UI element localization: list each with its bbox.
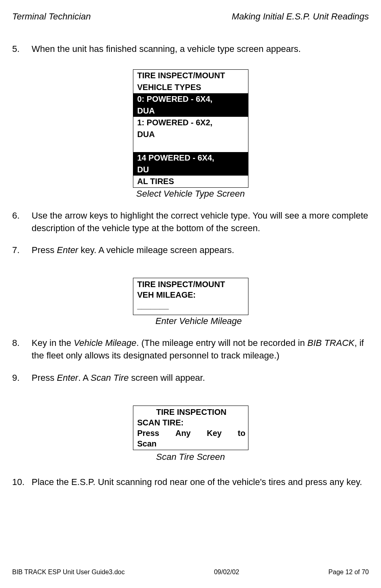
step-text: Place the E.S.P. Unit scanning rod near … [32,476,369,489]
step-8: 8. Key in the Vehicle Mileage. (The mile… [12,337,369,362]
screen-line: Scan [137,438,246,449]
step-number: 10. [12,476,32,489]
scan-screen-caption: Scan Tire Screen [12,452,369,462]
vehicle-screen-caption: Select Vehicle Type Screen [12,189,369,199]
screen-line: VEH MILEAGE: [137,290,246,300]
screen-line: 1: POWERED - 6X2, [133,117,248,129]
step-7: 7. Press Enter key. A vehicle mileage sc… [12,244,369,257]
step-number: 5. [12,43,32,56]
mileage-screen-caption: Enter Vehicle Mileage [12,316,369,326]
screen-line-selected: 14 POWERED - 6X4, [133,152,248,164]
footer-right: Page 12 of 70 [328,569,369,576]
step-6: 6. Use the arrow keys to highlight the c… [12,210,369,235]
screen-line: TIRE INSPECTION [137,407,246,417]
step-text: Press Enter key. A vehicle mileage scree… [32,244,369,257]
screen-line-selected: DU [133,164,248,176]
page-header: Terminal Technician Making Initial E.S.P… [12,11,369,22]
screen-line: SCAN TIRE: [137,417,246,428]
screen-line-selected: DUA [133,105,248,117]
step-number: 6. [12,210,32,235]
footer-left: BIB TRACK ESP Unit User Guide3.doc [12,569,125,576]
page-footer: BIB TRACK ESP Unit User Guide3.doc 09/02… [12,569,369,576]
step-text: Use the arrow keys to highlight the corr… [32,210,369,235]
screen-blank-line [133,140,248,152]
step-text: Press Enter. A Scan Tire screen will app… [32,372,369,384]
step-5: 5. When the unit has finished scanning, … [12,43,369,56]
screen-line: VEHICLE TYPES [133,82,248,93]
step-text: Key in the Vehicle Mileage. (The mileage… [32,337,369,362]
screen-line: TIRE INSPECT/MOUNT [137,279,246,290]
screen-line: TIRE INSPECT/MOUNT [133,70,248,82]
screen-line: DUA [133,129,248,140]
step-number: 7. [12,244,32,257]
footer-center: 09/02/02 [214,569,239,576]
step-10: 10. Place the E.S.P. Unit scanning rod n… [12,476,369,489]
header-right: Making Initial E.S.P. Unit Readings [232,11,369,22]
scan-tire-screen: TIRE INSPECTION SCAN TIRE: Press Any Key… [133,406,248,450]
header-left: Terminal Technician [12,11,91,22]
step-number: 8. [12,337,32,362]
screen-line-selected: 0: POWERED - 6X4, [133,93,248,105]
mileage-screen: TIRE INSPECT/MOUNT VEH MILEAGE: _______ [133,278,248,315]
step-9: 9. Press Enter. A Scan Tire screen will … [12,372,369,384]
vehicle-type-screen: TIRE INSPECT/MOUNT VEHICLE TYPES 0: POWE… [133,69,248,188]
screen-blank-field: _______ [137,300,246,311]
screen-line: Press Any Key to [137,428,246,438]
step-text: When the unit has finished scanning, a v… [32,43,369,56]
screen-line: AL TIRES [133,176,248,187]
step-number: 9. [12,372,32,384]
